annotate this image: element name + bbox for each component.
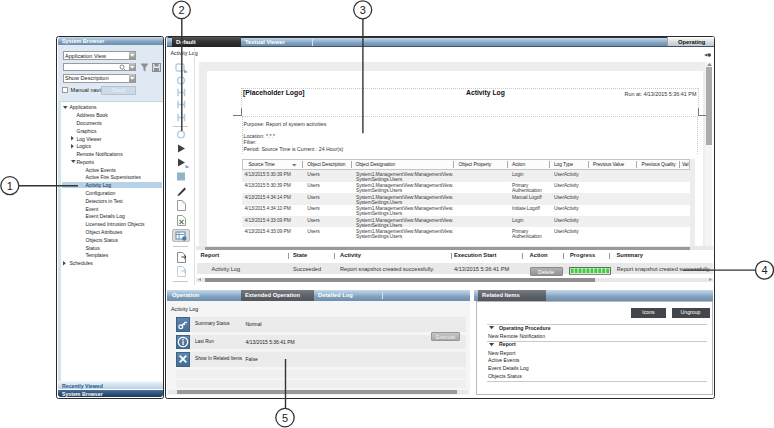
svg-text:4: 4 bbox=[761, 264, 767, 276]
svg-text:5: 5 bbox=[282, 412, 288, 424]
svg-text:3: 3 bbox=[360, 4, 366, 16]
svg-text:2: 2 bbox=[178, 4, 184, 16]
svg-text:1: 1 bbox=[7, 180, 13, 192]
